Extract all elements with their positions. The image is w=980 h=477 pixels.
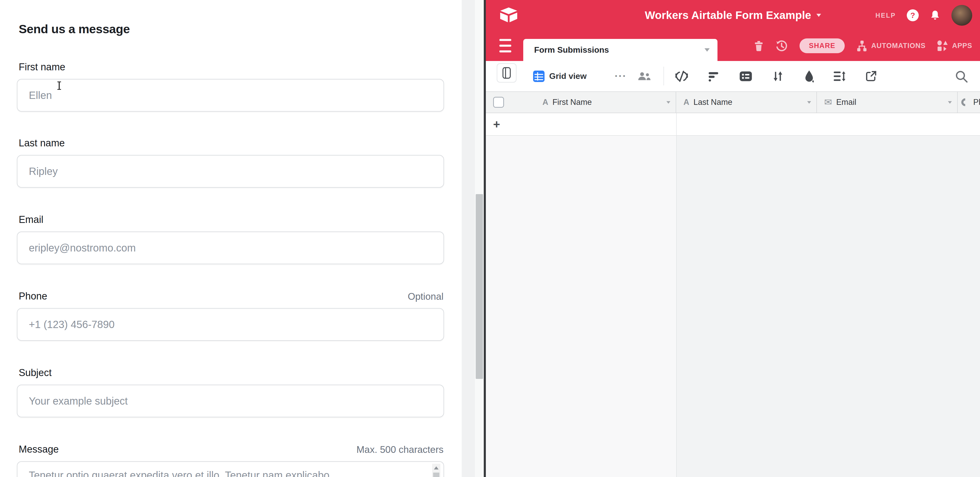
sidebar-panel-icon xyxy=(502,67,511,79)
help-question-icon[interactable]: ? xyxy=(907,10,919,21)
window-divider xyxy=(484,0,486,477)
grid-header-row: A First Name A Last Name ✉ Email Phone xyxy=(486,91,980,113)
column-header-email[interactable]: ✉ Email xyxy=(817,92,958,113)
page-scroll-gutter xyxy=(462,0,484,477)
row-height-button[interactable] xyxy=(832,61,848,91)
phone-label: Phone xyxy=(19,291,47,302)
view-options-ellipsis-icon[interactable]: ··· xyxy=(615,61,627,91)
text-field-icon: A xyxy=(684,98,689,107)
toolbar-divider xyxy=(663,67,664,86)
chevron-down-icon[interactable] xyxy=(948,101,952,103)
group-icon xyxy=(739,71,752,82)
airtable-topbar: Workers Airtable Form Example HELP ? xyxy=(486,0,980,31)
view-switcher[interactable]: Grid view xyxy=(533,61,587,91)
topbar-actions: HELP ? xyxy=(875,0,972,31)
view-toolbar: Grid view ··· xyxy=(486,61,980,91)
tables-menu-icon[interactable] xyxy=(500,39,512,52)
subject-label: Subject xyxy=(19,367,52,379)
column-header-last-name[interactable]: A Last Name xyxy=(676,92,817,113)
airtable-pane: Workers Airtable Form Example HELP ? For… xyxy=(486,0,980,477)
share-button[interactable]: SHARE xyxy=(800,38,845,53)
automations-label: AUTOMATIONS xyxy=(871,42,926,50)
column-name: Phone xyxy=(973,98,980,107)
trash-icon[interactable] xyxy=(754,40,764,52)
grid-empty-frozen-area xyxy=(486,136,676,477)
last-name-label: Last name xyxy=(19,138,65,149)
search-icon xyxy=(955,70,968,83)
last-name-input[interactable] xyxy=(17,155,444,188)
column-header-first-name[interactable]: A First Name xyxy=(535,92,676,113)
collaborators-icon[interactable] xyxy=(638,61,651,91)
automations-icon xyxy=(856,40,867,52)
email-field-icon: ✉ xyxy=(824,97,832,108)
table-tabbar: Form Submissions SHARE xyxy=(486,31,980,61)
grid-empty-scroll-area xyxy=(677,136,980,477)
chevron-down-icon[interactable] xyxy=(667,101,670,103)
page-scrollbar-track[interactable] xyxy=(475,0,484,477)
text-cursor-icon xyxy=(59,81,60,90)
message-textarea[interactable] xyxy=(17,461,444,477)
subject-input[interactable] xyxy=(17,385,444,417)
filter-button[interactable] xyxy=(706,61,722,91)
filter-icon xyxy=(708,71,720,82)
chevron-down-icon xyxy=(816,14,821,17)
column-name: First Name xyxy=(552,98,592,107)
help-button[interactable]: HELP xyxy=(875,12,896,19)
column-header-phone[interactable]: Phone xyxy=(958,92,980,113)
page-scrollbar-thumb[interactable] xyxy=(476,194,483,379)
view-name: Grid view xyxy=(549,71,587,81)
share-view-button[interactable] xyxy=(862,61,879,91)
apps-button[interactable]: APPS xyxy=(937,40,972,52)
color-paint-icon xyxy=(804,70,815,82)
textarea-scrollbar[interactable] xyxy=(432,464,441,477)
history-icon[interactable] xyxy=(775,40,788,52)
add-record-row[interactable]: + xyxy=(486,113,980,136)
textarea-scrollbar-thumb[interactable] xyxy=(433,472,439,477)
hide-fields-icon xyxy=(675,70,688,82)
first-name-label: First name xyxy=(19,62,65,73)
color-button[interactable] xyxy=(801,61,818,91)
select-all-checkbox[interactable] xyxy=(493,97,504,108)
base-title: Workers Airtable Form Example xyxy=(645,9,811,22)
message-max-chars-note: Max. 500 characters xyxy=(356,444,444,455)
column-name: Email xyxy=(836,98,856,107)
grid-view-icon xyxy=(533,71,544,82)
contact-form-pane: Send us a message First name Last name E… xyxy=(0,0,463,477)
notifications-bell-icon[interactable] xyxy=(930,10,940,21)
email-label: Email xyxy=(19,214,43,225)
add-record-plus-icon[interactable]: + xyxy=(493,113,500,135)
email-input[interactable] xyxy=(17,231,444,264)
chevron-down-icon[interactable] xyxy=(705,48,710,52)
tabbar-actions: SHARE AUTOMATIONS xyxy=(754,31,972,61)
frozen-column-separator xyxy=(676,136,677,477)
screen: Send us a message First name Last name E… xyxy=(0,0,980,477)
automations-button[interactable]: AUTOMATIONS xyxy=(856,40,926,52)
phone-optional-note: Optional xyxy=(408,291,444,302)
chevron-down-icon[interactable] xyxy=(807,101,811,103)
table-name: Form Submissions xyxy=(534,45,609,55)
row-height-icon xyxy=(833,71,846,82)
tab-form-submissions[interactable]: Form Submissions xyxy=(523,39,718,61)
share-view-icon xyxy=(865,70,877,82)
phone-input[interactable] xyxy=(17,308,444,341)
message-label: Message xyxy=(19,444,59,455)
scroll-up-arrow-icon[interactable] xyxy=(434,466,439,469)
views-sidebar-toggle-button[interactable] xyxy=(497,63,517,82)
group-button[interactable] xyxy=(737,61,754,91)
text-field-icon: A xyxy=(542,98,548,107)
form-heading: Send us a message xyxy=(19,22,130,36)
sort-icon xyxy=(772,70,784,82)
sort-button[interactable] xyxy=(769,61,786,91)
apps-label: APPS xyxy=(952,42,972,50)
hide-fields-button[interactable] xyxy=(673,61,690,91)
first-name-input[interactable] xyxy=(17,79,444,112)
frozen-column-separator xyxy=(676,113,677,135)
phone-field-icon xyxy=(960,97,970,108)
user-avatar[interactable] xyxy=(951,5,972,26)
grid-empty-area xyxy=(486,136,980,477)
search-button[interactable] xyxy=(955,61,968,91)
apps-icon xyxy=(937,40,948,52)
column-name: Last Name xyxy=(693,98,732,107)
